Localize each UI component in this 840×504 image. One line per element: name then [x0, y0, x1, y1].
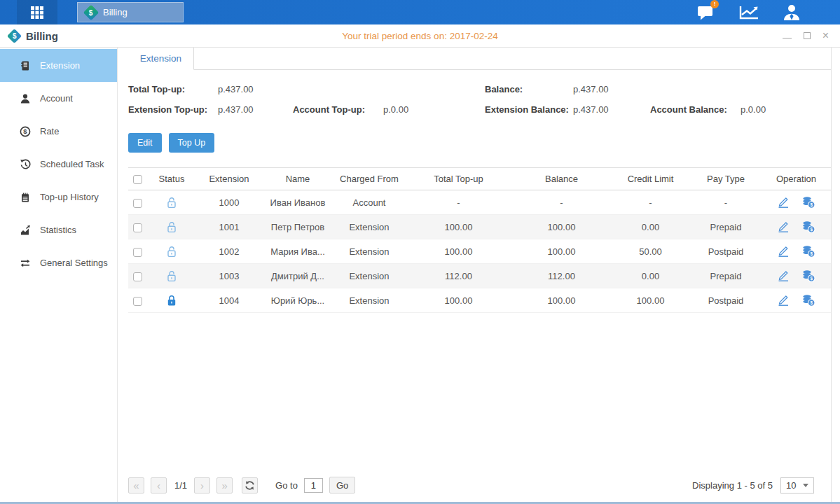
billing-app-window: $ Billing ! [0, 0, 840, 504]
notifications-button[interactable]: ! [696, 3, 717, 22]
total-topup-value: p.437.00 [218, 84, 293, 94]
app-launcher-button[interactable] [17, 0, 57, 24]
table-row: 1000 Иван Иванов Account - - - - [128, 190, 831, 215]
table-row: 1004 Юрий Юрь... Extension 100.00 100.00… [128, 288, 831, 313]
chart-icon [20, 225, 31, 236]
cell-total-topup: 100.00 [405, 246, 512, 257]
cell-name: Дмитрий Д... [262, 271, 333, 281]
sidebar-item-label: Extension [40, 60, 80, 71]
row-checkbox[interactable] [133, 248, 142, 257]
sidebar-item-label: Statistics [40, 225, 76, 235]
top-up-row-button[interactable]: $ [802, 270, 815, 282]
edit-row-button[interactable] [777, 245, 790, 258]
coins-icon: $ [802, 220, 815, 233]
edit-row-button[interactable] [777, 270, 790, 282]
column-header-status: Status [147, 174, 196, 184]
topbar-app-tab-billing[interactable]: $ Billing [77, 2, 184, 22]
cell-name: Петр Петров [262, 222, 333, 232]
main-panel: Extension Total Top-up: p.437.00 Balance… [118, 48, 832, 502]
table-header-row: Status Extension Name Charged From Total… [128, 167, 831, 190]
edit-row-button[interactable] [777, 294, 790, 307]
cell-pay-type: Postpaid [690, 295, 762, 306]
column-header-balance: Balance [512, 174, 611, 184]
column-header-extension: Extension [196, 174, 262, 184]
pagination-right: Displaying 1 - 5 of 5 10 [692, 477, 814, 493]
extension-topup-label: Extension Top-up: [128, 104, 218, 115]
sidebar-item-extension[interactable]: Extension [0, 49, 117, 82]
page-size-dropdown[interactable]: 10 [780, 477, 814, 493]
cell-credit-limit: - [611, 197, 690, 208]
billing-app-icon: $ [83, 4, 99, 20]
svg-text:$: $ [810, 251, 813, 257]
cell-name: Юрий Юрь... [262, 295, 333, 306]
top-up-row-button[interactable]: $ [802, 220, 815, 233]
account-topup-label: Account Top-up: [293, 104, 383, 115]
tab-extension[interactable]: Extension [128, 48, 194, 70]
app-tab-label: Billing [103, 7, 128, 18]
row-checkbox[interactable] [133, 272, 142, 281]
svg-text:$: $ [810, 202, 813, 208]
sidebar-item-general-settings[interactable]: General Settings [0, 246, 117, 279]
cell-balance: 100.00 [512, 246, 611, 257]
top-up-row-button[interactable]: $ [802, 245, 815, 258]
cell-balance: - [512, 197, 611, 208]
pencil-icon [777, 220, 790, 233]
lock-open-icon [166, 246, 177, 258]
maximize-button[interactable] [804, 31, 811, 41]
sidebar-item-rate[interactable]: $ Rate [0, 115, 117, 148]
edit-row-button[interactable] [777, 220, 790, 233]
coins-icon: $ [802, 245, 815, 258]
select-all-checkbox[interactable] [133, 175, 142, 184]
sidebar-item-topup-history[interactable]: Top-up History [0, 181, 117, 214]
row-checkbox[interactable] [133, 199, 142, 208]
cell-extension: 1002 [196, 246, 262, 257]
column-header-name: Name [262, 174, 333, 184]
window-titlebar: $ Billing Your trial period ends on: 201… [0, 24, 840, 48]
grid-menu-icon [30, 6, 44, 20]
window-controls: × [783, 31, 840, 41]
balance-value: p.437.00 [573, 84, 650, 94]
user-icon [783, 4, 801, 22]
topbar-actions: ! [696, 3, 802, 22]
edit-row-button[interactable] [777, 196, 790, 209]
go-button[interactable]: Go [329, 477, 355, 493]
row-checkbox[interactable] [133, 223, 142, 232]
cell-pay-type: Prepaid [690, 271, 762, 281]
goto-page-input[interactable] [304, 478, 323, 493]
sidebar-item-account[interactable]: Account [0, 82, 117, 115]
edit-button[interactable]: Edit [128, 133, 162, 153]
row-checkbox[interactable] [133, 297, 142, 306]
cell-extension: 1001 [196, 222, 262, 232]
statistics-report-button[interactable] [738, 3, 759, 22]
top-up-button[interactable]: Top Up [169, 133, 215, 153]
previous-page-button[interactable]: ‹ [151, 477, 167, 493]
cell-name: Мария Ива... [262, 246, 333, 257]
cell-credit-limit: 0.00 [611, 271, 690, 281]
last-page-button[interactable]: » [216, 477, 233, 493]
sidebar-item-label: Rate [40, 126, 59, 136]
dollar-circle-icon: $ [20, 126, 31, 137]
topbar: $ Billing ! [0, 0, 840, 24]
cell-charged-from: Account [333, 197, 405, 208]
window-content: Extension Account $ Rate [0, 48, 840, 502]
user-menu-button[interactable] [781, 3, 802, 22]
line-chart-icon [739, 5, 759, 20]
person-icon [20, 93, 31, 104]
sidebar-item-scheduled-task[interactable]: Scheduled Task [0, 148, 117, 181]
sidebar-item-statistics[interactable]: Statistics [0, 214, 117, 246]
minimize-button[interactable] [783, 31, 792, 41]
top-up-row-button[interactable]: $ [802, 294, 815, 307]
account-balance-label: Account Balance: [650, 104, 741, 115]
transfer-arrows-icon [20, 258, 31, 269]
ledger-icon [20, 60, 31, 71]
action-buttons: Edit Top Up [128, 133, 831, 153]
refresh-button[interactable] [242, 477, 258, 493]
first-page-button[interactable]: « [128, 477, 144, 493]
close-button[interactable]: × [822, 31, 829, 41]
top-up-row-button[interactable]: $ [802, 196, 815, 209]
svg-text:$: $ [810, 227, 813, 232]
displaying-text: Displaying 1 - 5 of 5 [692, 480, 773, 491]
table-row: 1002 Мария Ива... Extension 100.00 100.0… [128, 239, 831, 264]
next-page-button[interactable]: › [194, 477, 210, 493]
extension-balance-label: Extension Balance: [485, 104, 573, 115]
